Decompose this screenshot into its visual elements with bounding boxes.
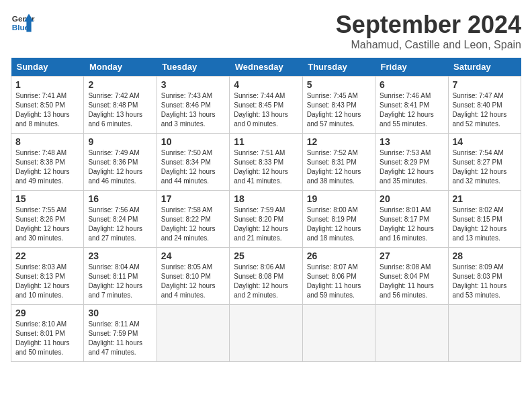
day-info: Sunrise: 7:46 AMSunset: 8:41 PMDaylight:… [380, 91, 443, 129]
day-number: 23 [88, 250, 152, 261]
day-number: 15 [15, 193, 79, 204]
col-friday: Friday [375, 58, 448, 77]
calendar-cell: 17Sunrise: 7:58 AMSunset: 8:22 PMDayligh… [157, 191, 229, 248]
calendar-week-5: 29Sunrise: 8:10 AMSunset: 8:01 PMDayligh… [11, 305, 521, 362]
calendar-cell: 6Sunrise: 7:46 AMSunset: 8:41 PMDaylight… [375, 77, 448, 134]
day-number: 27 [380, 250, 443, 261]
day-info: Sunrise: 7:48 AMSunset: 8:38 PMDaylight:… [15, 148, 79, 186]
day-number: 14 [453, 136, 517, 147]
calendar-cell: 23Sunrise: 8:04 AMSunset: 8:11 PMDayligh… [84, 248, 157, 305]
col-sunday: Sunday [11, 58, 84, 77]
calendar-cell: 22Sunrise: 8:03 AMSunset: 8:13 PMDayligh… [11, 248, 84, 305]
day-number: 8 [15, 136, 79, 147]
day-info: Sunrise: 8:01 AMSunset: 8:17 PMDaylight:… [380, 205, 443, 243]
day-number: 16 [88, 193, 152, 204]
calendar-cell [302, 305, 375, 362]
day-number: 3 [161, 79, 225, 90]
day-number: 25 [234, 250, 298, 261]
day-info: Sunrise: 7:41 AMSunset: 8:50 PMDaylight:… [15, 91, 79, 129]
day-info: Sunrise: 7:53 AMSunset: 8:29 PMDaylight:… [380, 148, 443, 186]
calendar-week-4: 22Sunrise: 8:03 AMSunset: 8:13 PMDayligh… [11, 248, 521, 305]
day-number: 2 [88, 79, 152, 90]
day-info: Sunrise: 7:42 AMSunset: 8:48 PMDaylight:… [88, 91, 152, 129]
calendar-cell: 10Sunrise: 7:50 AMSunset: 8:34 PMDayligh… [157, 134, 229, 191]
calendar-cell: 11Sunrise: 7:51 AMSunset: 8:33 PMDayligh… [230, 134, 302, 191]
calendar-cell: 19Sunrise: 8:00 AMSunset: 8:19 PMDayligh… [302, 191, 375, 248]
day-info: Sunrise: 7:58 AMSunset: 8:22 PMDaylight:… [161, 205, 225, 243]
day-info: Sunrise: 7:50 AMSunset: 8:34 PMDaylight:… [161, 148, 225, 186]
day-info: Sunrise: 8:02 AMSunset: 8:15 PMDaylight:… [453, 205, 517, 243]
day-number: 17 [161, 193, 225, 204]
calendar-cell: 27Sunrise: 8:08 AMSunset: 8:04 PMDayligh… [375, 248, 448, 305]
day-info: Sunrise: 7:49 AMSunset: 8:36 PMDaylight:… [88, 148, 152, 186]
calendar-cell [230, 305, 302, 362]
day-info: Sunrise: 8:05 AMSunset: 8:10 PMDaylight:… [161, 263, 225, 300]
header-row: Sunday Monday Tuesday Wednesday Thursday… [11, 58, 521, 77]
day-info: Sunrise: 8:08 AMSunset: 8:04 PMDaylight:… [380, 263, 443, 300]
day-info: Sunrise: 8:09 AMSunset: 8:03 PMDaylight:… [453, 263, 517, 300]
day-info: Sunrise: 7:45 AMSunset: 8:43 PMDaylight:… [307, 91, 371, 129]
calendar-cell: 15Sunrise: 7:55 AMSunset: 8:26 PMDayligh… [11, 191, 84, 248]
day-info: Sunrise: 8:06 AMSunset: 8:08 PMDaylight:… [234, 263, 298, 300]
calendar-cell: 26Sunrise: 8:07 AMSunset: 8:06 PMDayligh… [302, 248, 375, 305]
day-info: Sunrise: 7:51 AMSunset: 8:33 PMDaylight:… [234, 148, 298, 186]
logo-icon: General Blue [11, 11, 35, 35]
calendar-cell: 4Sunrise: 7:44 AMSunset: 8:45 PMDaylight… [230, 77, 302, 134]
day-number: 19 [307, 193, 371, 204]
day-info: Sunrise: 7:59 AMSunset: 8:20 PMDaylight:… [234, 205, 298, 243]
day-number: 18 [234, 193, 298, 204]
day-number: 21 [453, 193, 517, 204]
day-info: Sunrise: 7:44 AMSunset: 8:45 PMDaylight:… [234, 91, 298, 129]
day-info: Sunrise: 7:43 AMSunset: 8:46 PMDaylight:… [161, 91, 225, 129]
day-number: 30 [88, 308, 152, 318]
calendar-cell: 24Sunrise: 8:05 AMSunset: 8:10 PMDayligh… [157, 248, 229, 305]
day-number: 24 [161, 250, 225, 261]
calendar-cell: 1Sunrise: 7:41 AMSunset: 8:50 PMDaylight… [11, 77, 84, 134]
day-number: 22 [15, 250, 79, 261]
calendar-cell [157, 305, 229, 362]
calendar-cell: 7Sunrise: 7:47 AMSunset: 8:40 PMDaylight… [448, 77, 521, 134]
calendar-cell: 25Sunrise: 8:06 AMSunset: 8:08 PMDayligh… [230, 248, 302, 305]
day-info: Sunrise: 8:10 AMSunset: 8:01 PMDaylight:… [15, 320, 79, 357]
day-info: Sunrise: 7:55 AMSunset: 8:26 PMDaylight:… [15, 205, 79, 243]
day-number: 4 [234, 79, 298, 90]
col-wednesday: Wednesday [230, 58, 302, 77]
calendar-cell: 9Sunrise: 7:49 AMSunset: 8:36 PMDaylight… [84, 134, 157, 191]
day-number: 7 [453, 79, 517, 90]
calendar-cell: 28Sunrise: 8:09 AMSunset: 8:03 PMDayligh… [448, 248, 521, 305]
day-number: 12 [307, 136, 371, 147]
day-number: 1 [15, 79, 79, 90]
day-number: 6 [380, 79, 443, 90]
calendar-cell: 18Sunrise: 7:59 AMSunset: 8:20 PMDayligh… [230, 191, 302, 248]
day-info: Sunrise: 8:07 AMSunset: 8:06 PMDaylight:… [307, 263, 371, 300]
title-section: September 2024 Mahamud, Castille and Leo… [336, 11, 521, 51]
day-number: 29 [15, 308, 79, 318]
calendar-cell: 30Sunrise: 8:11 AMSunset: 7:59 PMDayligh… [84, 305, 157, 362]
day-number: 20 [380, 193, 443, 204]
day-number: 13 [380, 136, 443, 147]
day-number: 26 [307, 250, 371, 261]
col-thursday: Thursday [302, 58, 375, 77]
day-info: Sunrise: 8:00 AMSunset: 8:19 PMDaylight:… [307, 205, 371, 243]
day-info: Sunrise: 7:54 AMSunset: 8:27 PMDaylight:… [453, 148, 517, 186]
day-info: Sunrise: 7:56 AMSunset: 8:24 PMDaylight:… [88, 205, 152, 243]
calendar-table: Sunday Monday Tuesday Wednesday Thursday… [11, 58, 521, 362]
calendar-week-3: 15Sunrise: 7:55 AMSunset: 8:26 PMDayligh… [11, 191, 521, 248]
calendar-cell [448, 305, 521, 362]
calendar-cell: 16Sunrise: 7:56 AMSunset: 8:24 PMDayligh… [84, 191, 157, 248]
calendar-cell [375, 305, 448, 362]
calendar-cell: 21Sunrise: 8:02 AMSunset: 8:15 PMDayligh… [448, 191, 521, 248]
day-info: Sunrise: 8:04 AMSunset: 8:11 PMDaylight:… [88, 263, 152, 300]
col-saturday: Saturday [448, 58, 521, 77]
calendar-cell: 29Sunrise: 8:10 AMSunset: 8:01 PMDayligh… [11, 305, 84, 362]
calendar-cell: 14Sunrise: 7:54 AMSunset: 8:27 PMDayligh… [448, 134, 521, 191]
calendar-cell: 5Sunrise: 7:45 AMSunset: 8:43 PMDaylight… [302, 77, 375, 134]
location-title: Mahamud, Castille and Leon, Spain [336, 39, 521, 51]
calendar-week-1: 1Sunrise: 7:41 AMSunset: 8:50 PMDaylight… [11, 77, 521, 134]
day-info: Sunrise: 8:11 AMSunset: 7:59 PMDaylight:… [88, 320, 152, 357]
calendar-week-2: 8Sunrise: 7:48 AMSunset: 8:38 PMDaylight… [11, 134, 521, 191]
day-number: 9 [88, 136, 152, 147]
calendar-cell: 3Sunrise: 7:43 AMSunset: 8:46 PMDaylight… [157, 77, 229, 134]
col-tuesday: Tuesday [157, 58, 229, 77]
day-number: 28 [453, 250, 517, 261]
